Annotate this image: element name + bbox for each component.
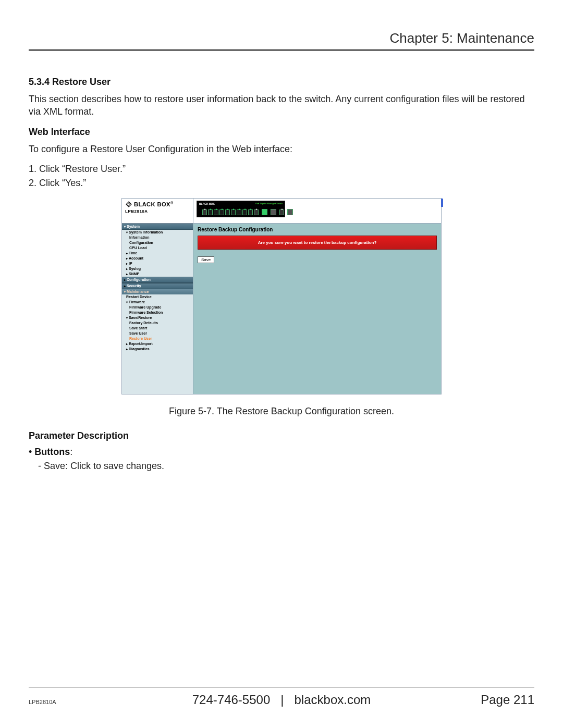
nav-item-firmware-selection[interactable]: Firmware Selection bbox=[122, 310, 193, 315]
device-image-bar: BLACK BOX PoE Gigabit Managed Switch bbox=[193, 199, 441, 224]
web-interface-intro: To configure a Restore User Configuratio… bbox=[29, 143, 534, 155]
nav-item-security[interactable]: Security bbox=[122, 283, 193, 289]
buttons-bullet: • Buttons: bbox=[29, 447, 534, 458]
section-heading: 5.3.4 Restore User bbox=[29, 77, 534, 88]
footer-model: LPB2810A bbox=[29, 699, 56, 705]
save-description: - Save: Click to save changes. bbox=[38, 461, 534, 472]
page-footer: LPB2810A 724-746-5500 | blackbox.com Pag… bbox=[29, 687, 534, 707]
brand-model: LPB2810A bbox=[125, 209, 190, 214]
document-page: Chapter 5: Maintenance 5.3.4 Restore Use… bbox=[0, 0, 563, 728]
parameter-description-heading: Parameter Description bbox=[29, 430, 534, 441]
figure-caption: Figure 5-7. The Restore Backup Configura… bbox=[29, 406, 534, 417]
nav-item-time[interactable]: Time bbox=[122, 251, 193, 256]
nav-item-maintenance[interactable]: Maintenance bbox=[122, 289, 193, 294]
footer-rule bbox=[29, 687, 534, 687]
chapter-title: Chapter 5: Maintenance bbox=[29, 30, 534, 50]
nav-item-factory-defaults[interactable]: Factory Defaults bbox=[122, 320, 193, 326]
nav-item-configuration[interactable]: Configuration bbox=[122, 277, 193, 283]
content-area: Restore Backup Configuration Are you sur… bbox=[193, 224, 441, 266]
device-image: BLACK BOX PoE Gigabit Managed Switch bbox=[197, 201, 285, 217]
nav-item-diagnostics[interactable]: Diagnostics bbox=[122, 347, 193, 352]
nav-tree: System System Information Information Co… bbox=[122, 224, 193, 352]
brand-area: BLACK BOX® LPB2810A bbox=[122, 199, 193, 224]
nav-item-cpu-load[interactable]: CPU Load bbox=[122, 245, 193, 251]
brand-name: BLACK BOX® bbox=[134, 201, 174, 207]
nav-item-restore-user[interactable]: Restore User bbox=[122, 336, 193, 341]
screenshot-figure: BLACK BOX® LPB2810A System System Inform… bbox=[121, 198, 442, 394]
brand-diamond-icon bbox=[125, 201, 132, 208]
device-brand-label: BLACK BOX bbox=[199, 202, 215, 205]
nav-item-firmware-upgrade[interactable]: Firmware Upgrade bbox=[122, 305, 193, 310]
svg-rect-1 bbox=[128, 203, 130, 205]
scrollbar-indicator bbox=[441, 199, 443, 207]
step-2: 2. Click “Yes.” bbox=[29, 178, 534, 189]
nav-item-snmp[interactable]: SNMP bbox=[122, 272, 193, 277]
footer-contact: 724-746-5500 | blackbox.com bbox=[192, 693, 371, 707]
panel-title: Restore Backup Configuration bbox=[198, 227, 437, 232]
web-interface-heading: Web Interface bbox=[29, 127, 534, 138]
nav-item-system-information[interactable]: System Information bbox=[122, 230, 193, 235]
confirm-banner: Are you sure you want to restore the bac… bbox=[198, 236, 437, 250]
footer-page-number: Page 211 bbox=[481, 693, 534, 707]
nav-item-ip[interactable]: IP bbox=[122, 261, 193, 266]
section-intro: This section describes how to restore us… bbox=[29, 93, 534, 118]
nav-item-export-import[interactable]: Export/Import bbox=[122, 341, 193, 347]
nav-item-save-start[interactable]: Save Start bbox=[122, 326, 193, 331]
nav-item-configuration-sub[interactable]: Configuration bbox=[122, 240, 193, 245]
nav-item-information[interactable]: Information bbox=[122, 235, 193, 240]
main-panel: BLACK BOX PoE Gigabit Managed Switch Res… bbox=[193, 199, 441, 394]
left-sidebar: BLACK BOX® LPB2810A System System Inform… bbox=[122, 199, 193, 394]
save-button[interactable]: Save bbox=[198, 256, 214, 263]
step-1: 1. Click “Restore User.” bbox=[29, 164, 534, 175]
device-model-label: PoE Gigabit Managed Switch bbox=[255, 202, 283, 205]
nav-item-restart-device[interactable]: Restart Device bbox=[122, 294, 193, 300]
svg-rect-0 bbox=[126, 202, 131, 207]
nav-item-account[interactable]: Account bbox=[122, 256, 193, 261]
nav-item-save-user[interactable]: Save User bbox=[122, 331, 193, 336]
nav-item-firmware[interactable]: Firmware bbox=[122, 300, 193, 305]
nav-item-save-restore[interactable]: Save/Restore bbox=[122, 315, 193, 320]
header-rule bbox=[29, 50, 534, 51]
device-ports-icon bbox=[202, 209, 293, 215]
nav-item-syslog[interactable]: Syslog bbox=[122, 266, 193, 272]
nav-item-system[interactable]: System bbox=[122, 224, 193, 230]
app-window: BLACK BOX® LPB2810A System System Inform… bbox=[121, 198, 442, 394]
